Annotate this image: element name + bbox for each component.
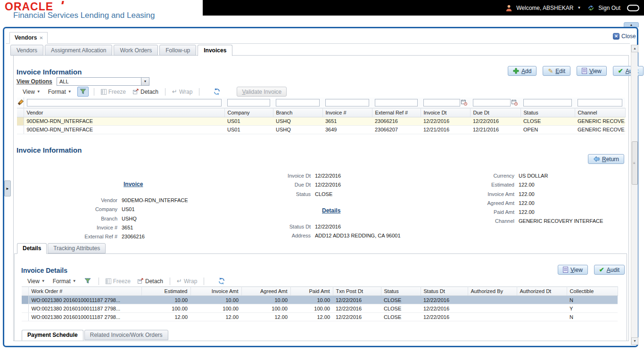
field-row: CompanyUS01 — [57, 206, 188, 215]
column-header[interactable]: Status — [381, 287, 421, 296]
row-selector[interactable] — [17, 117, 24, 125]
column-header[interactable]: Authorized Dt — [517, 287, 567, 296]
column-header[interactable]: Invoice Dt — [421, 108, 470, 117]
welcome-user-menu[interactable]: Welcome, ABSHEKAR — [516, 5, 573, 11]
tab-vendors[interactable]: Vendors — [10, 45, 43, 56]
filter-input-invoice-number[interactable] — [325, 99, 369, 106]
filter-eraser-icon[interactable] — [17, 98, 24, 108]
filter-input-invoice-dt[interactable] — [423, 99, 460, 106]
table-row[interactable]: WO:0021380 20160100011187 2798... 12.00 … — [22, 313, 618, 321]
tab-details[interactable]: Details — [17, 243, 47, 254]
filter-input-channel[interactable] — [578, 99, 622, 106]
table-row[interactable]: 90DEMO-RDN_INTERFACE US01 USHQ 3651 2306… — [17, 117, 625, 125]
view-menu[interactable]: View▼ — [21, 88, 42, 96]
toolbar-separator — [170, 278, 170, 285]
view-button[interactable]: View — [558, 265, 588, 275]
tab-related-invoice-work-orders[interactable]: Related Invoice/Work Orders — [84, 330, 168, 340]
table-row[interactable]: WO:0021380 20160100011187 2798... 100.00… — [22, 304, 618, 313]
filter-input-due-dt[interactable] — [473, 99, 511, 106]
arrow-left-icon — [593, 156, 600, 162]
filter-input-status[interactable] — [523, 99, 572, 106]
column-header[interactable]: Branch — [273, 108, 322, 117]
view-label: View — [570, 267, 583, 273]
scroll-up-button[interactable]: ▲ — [631, 45, 638, 52]
tab-assignment-allocation[interactable]: Assignment Allocation — [45, 45, 112, 56]
column-header[interactable]: Status — [520, 108, 575, 117]
audit-label: Audit — [607, 267, 619, 273]
row-selector[interactable] — [22, 304, 28, 313]
query-by-example-button[interactable] — [77, 87, 89, 97]
format-menu[interactable]: Format▼ — [51, 277, 78, 286]
column-header[interactable]: External Ref # — [372, 108, 421, 117]
cell: 12.00 — [241, 313, 290, 321]
invoice-details-toolbar: View▼ Format▼ Freeze Detach ↵ Wrap — [25, 276, 227, 286]
cell: 12/22/2016 — [421, 304, 468, 313]
column-header[interactable]: Authorized By — [468, 287, 517, 296]
tab-invoices[interactable]: Invoices — [198, 45, 232, 56]
filter-input-vendor[interactable] — [27, 99, 222, 106]
refresh-button[interactable] — [216, 276, 227, 286]
column-header[interactable]: Txn Post Dt — [333, 287, 381, 296]
cell: 12/22/2016 — [333, 304, 381, 313]
view-menu[interactable]: View▼ — [25, 277, 47, 286]
tab-tracking-attributes[interactable]: Tracking Attributes — [48, 243, 106, 253]
row-selector[interactable] — [17, 125, 24, 134]
column-header[interactable]: Channel — [575, 108, 625, 117]
edit-button[interactable]: ✎ Edit — [543, 66, 570, 76]
close-button[interactable]: ✕ Close — [613, 33, 636, 40]
add-button[interactable]: Add — [508, 66, 537, 76]
column-header[interactable]: Vendor — [24, 108, 224, 117]
chevron-down-icon[interactable]: ▼ — [141, 78, 149, 85]
return-button[interactable]: Return — [588, 154, 624, 164]
field-label: Channel — [467, 218, 519, 224]
sign-out-link[interactable]: Sign Out — [598, 5, 620, 11]
calendar-icon[interactable] — [461, 99, 467, 106]
tab-follow-up[interactable]: Follow-up — [159, 45, 196, 56]
column-header[interactable]: Agreed Amt — [241, 287, 290, 296]
refresh-button[interactable] — [211, 87, 223, 97]
filter-input-branch[interactable] — [276, 99, 320, 106]
cell: 23066216 — [372, 117, 421, 125]
workspace-tab-vendors[interactable]: Vendors✕ — [9, 32, 48, 44]
column-header[interactable]: Work Order # — [28, 287, 141, 296]
row-selector[interactable] — [22, 296, 28, 304]
filter-input-external-ref[interactable] — [375, 99, 418, 106]
format-menu[interactable]: Format▼ — [46, 88, 74, 96]
calendar-icon[interactable] — [512, 99, 518, 106]
filter-input-company[interactable] — [227, 99, 270, 106]
column-header[interactable]: Collectible — [567, 287, 618, 296]
detach-button[interactable]: Detach — [131, 88, 160, 96]
status-indicator-icon[interactable] — [627, 5, 639, 11]
tab-payment-schedule[interactable]: Payment Schedule — [22, 330, 83, 341]
scroll-down-button[interactable]: ▼ — [631, 337, 638, 345]
query-by-example-button[interactable] — [82, 276, 93, 286]
audit-button[interactable]: ✔ Audit — [594, 265, 625, 275]
column-header[interactable]: Invoice Amt — [190, 287, 241, 296]
column-header[interactable]: Status Dt — [421, 287, 468, 296]
cell: CLOSE — [381, 313, 421, 321]
table-row[interactable]: WO:0021380 20160100011187 2798... 10.00 … — [22, 296, 618, 304]
tab-work-orders[interactable]: Work Orders — [114, 45, 158, 56]
close-icon: ✕ — [613, 33, 619, 40]
audit-button[interactable]: ✔ Audit — [613, 66, 644, 76]
column-header[interactable]: Paid Amt — [290, 287, 333, 296]
field-label: Vendor — [57, 197, 122, 203]
scrollbar-thumb[interactable]: ≡ — [632, 141, 638, 185]
column-header[interactable]: Due Dt — [470, 108, 520, 117]
view-button[interactable]: View — [577, 66, 607, 76]
close-tab-icon[interactable]: ✕ — [39, 35, 43, 41]
cell — [468, 313, 517, 321]
close-label: Close — [621, 33, 636, 40]
column-header[interactable]: Estimated — [141, 287, 190, 296]
column-header[interactable]: Invoice # — [322, 108, 372, 117]
field-label: Status Dt — [263, 224, 315, 229]
view-options-select[interactable]: ALL ▼ — [57, 77, 149, 86]
sidebar-expand-handle[interactable]: ► — [4, 180, 11, 196]
table-row[interactable]: 90DEMO-RDN_INTERFACE US01 USHQ 3649 2306… — [17, 125, 625, 134]
row-selector[interactable] — [22, 313, 28, 321]
chevron-down-icon[interactable]: ▼ — [577, 6, 581, 10]
vertical-scrollbar[interactable]: ▲ ≡ ▼ — [631, 45, 638, 345]
column-header[interactable]: Company — [224, 108, 273, 117]
detach-button[interactable]: Detach — [136, 277, 165, 286]
field-value: 23066216 — [122, 234, 145, 239]
